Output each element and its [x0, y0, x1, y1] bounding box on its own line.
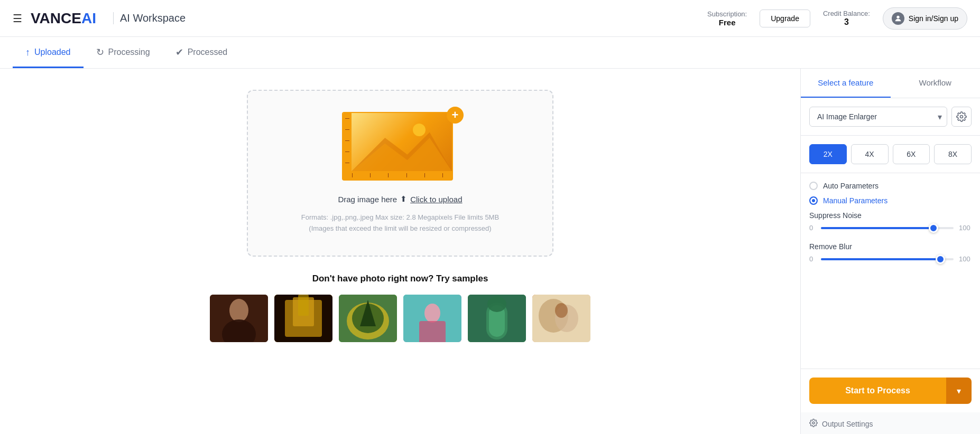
feature-tab-select[interactable]: Select a feature — [801, 69, 891, 98]
tab-processing[interactable]: ↻ Processing — [84, 37, 163, 68]
workflow-tab-label: Workflow — [919, 78, 951, 87]
upload-formats: Formats: .jpg,.png,.jpeg Max size: 2.8 M… — [301, 212, 499, 234]
sample-item-3[interactable] — [339, 295, 397, 342]
ruler-left — [343, 113, 352, 180]
svg-point-24 — [555, 303, 568, 318]
manual-params-option[interactable]: Manual Parameters — [809, 196, 972, 205]
logo: VANCEAI — [31, 10, 96, 27]
ruler-bottom — [343, 171, 452, 180]
remove-blur-max: 100 — [959, 255, 972, 263]
sample-item-4[interactable] — [403, 295, 461, 342]
tab-processed-label: Processed — [188, 48, 228, 57]
upload-arrow-icon: ⬆ — [400, 194, 407, 204]
upload-area[interactable]: + Drag image here ⬆ Click to upload Form… — [247, 90, 553, 257]
formats-line1: Formats: .jpg,.png,.jpeg Max size: 2.8 M… — [301, 212, 499, 223]
content-area: + Drag image here ⬆ Click to upload Form… — [0, 69, 800, 434]
svg-rect-16 — [419, 321, 446, 342]
feature-selector: AI Image Enlarger AI Image Denoiser AI I… — [801, 98, 980, 136]
sample-item-2[interactable] — [274, 295, 332, 342]
svg-point-0 — [896, 15, 899, 18]
svg-rect-9 — [298, 295, 309, 316]
svg-point-20 — [487, 296, 506, 312]
feature-dropdown[interactable]: AI Image Enlarger AI Image Denoiser AI I… — [809, 107, 947, 127]
feature-tabs: Select a feature Workflow — [801, 69, 980, 98]
process-btn-wrapper: Start to Process ▾ — [809, 378, 972, 404]
tab-uploaded[interactable]: ↑ Uploaded — [13, 37, 84, 68]
suppress-noise-label: Suppress Noise — [809, 211, 972, 220]
sign-in-button[interactable]: Sign in/Sign up — [883, 7, 967, 30]
suppress-noise-fill — [821, 227, 933, 229]
suppress-noise-max: 100 — [959, 224, 972, 232]
remove-blur-row: 0 100 — [809, 255, 972, 263]
right-panel: Select a feature Workflow AI Image Enlar… — [800, 69, 980, 434]
remove-blur-section: Remove Blur 0 100 — [809, 242, 972, 263]
processed-icon: ✔ — [175, 46, 183, 58]
sample-item-5[interactable] — [468, 295, 526, 342]
tab-processing-label: Processing — [108, 48, 150, 57]
samples-grid — [210, 295, 590, 342]
auto-params-radio[interactable] — [809, 182, 818, 190]
scale-2x-button[interactable]: 2X — [809, 144, 847, 164]
subscription-info: Subscription: Free — [707, 10, 747, 27]
credit-label: Credit Balance: — [823, 10, 870, 17]
suppress-noise-thumb[interactable] — [929, 223, 938, 233]
svg-point-4 — [229, 299, 248, 322]
remove-blur-thumb[interactable] — [936, 254, 945, 264]
workspace-label: AI Workspace — [113, 12, 186, 24]
upload-text: Drag image here ⬆ Click to upload — [338, 194, 462, 204]
remove-blur-label: Remove Blur — [809, 242, 972, 251]
scale-6x-button[interactable]: 6X — [893, 144, 930, 164]
suppress-noise-row: 0 100 — [809, 224, 972, 232]
feature-tab-workflow[interactable]: Workflow — [891, 69, 981, 98]
remove-blur-track[interactable] — [821, 258, 954, 260]
header-right: Subscription: Free Upgrade Credit Balanc… — [707, 7, 967, 30]
remove-blur-fill — [821, 258, 940, 260]
scale-4x-button[interactable]: 4X — [851, 144, 889, 164]
sample-item-1[interactable] — [210, 295, 268, 342]
processing-icon: ↻ — [96, 46, 104, 58]
upload-illustration: + — [342, 112, 458, 186]
avatar-icon — [892, 12, 904, 25]
logo-text: VANCEAI — [31, 10, 96, 27]
suppress-noise-section: Suppress Noise 0 100 — [809, 211, 972, 232]
drag-text: Drag image here — [338, 195, 397, 204]
tab-processed[interactable]: ✔ Processed — [163, 37, 241, 68]
credit-balance: Credit Balance: 3 — [823, 10, 870, 27]
subscription-value: Free — [707, 18, 747, 27]
process-section: Start to Process ▾ — [801, 369, 980, 412]
click-to-upload-link[interactable]: Click to upload — [410, 195, 462, 204]
output-settings-gear-icon — [809, 419, 818, 429]
main-tabs: ↑ Uploaded ↻ Processing ✔ Processed — [0, 37, 980, 69]
feature-dropdown-wrapper: AI Image Enlarger AI Image Denoiser AI I… — [809, 107, 947, 127]
manual-params-radio[interactable] — [809, 196, 818, 205]
sign-in-label: Sign in/Sign up — [909, 14, 958, 23]
sample-item-6[interactable] — [532, 295, 590, 342]
output-settings-label: Output Settings — [822, 420, 873, 428]
params-section: Auto Parameters Manual Parameters Suppre… — [801, 173, 980, 369]
header: ☰ VANCEAI AI Workspace Subscription: Fre… — [0, 0, 980, 37]
subscription-label: Subscription: — [707, 10, 747, 18]
upload-plus-icon[interactable]: + — [447, 107, 464, 124]
auto-params-option[interactable]: Auto Parameters — [809, 182, 972, 190]
suppress-noise-track[interactable] — [821, 227, 954, 229]
tab-uploaded-label: Uploaded — [34, 48, 71, 57]
start-process-button[interactable]: Start to Process — [809, 378, 946, 404]
upgrade-button[interactable]: Upgrade — [760, 10, 810, 27]
formats-line2: (Images that exceed the limit will be re… — [301, 223, 499, 234]
feature-settings-button[interactable] — [951, 107, 972, 127]
remove-blur-min: 0 — [809, 255, 816, 263]
process-dropdown-button[interactable]: ▾ — [946, 378, 972, 404]
menu-icon[interactable]: ☰ — [13, 12, 22, 25]
feature-tab-label: Select a feature — [818, 78, 873, 87]
svg-point-15 — [424, 304, 440, 323]
manual-params-label: Manual Parameters — [823, 196, 887, 205]
upload-frame — [342, 112, 453, 181]
auto-params-label: Auto Parameters — [823, 182, 879, 190]
uploaded-icon: ↑ — [25, 47, 30, 58]
scale-8x-button[interactable]: 8X — [934, 144, 972, 164]
samples-title: Don't have photo right now? Try samples — [312, 273, 488, 284]
mountain-decoration — [352, 127, 452, 171]
svg-point-25 — [960, 116, 963, 118]
credit-value: 3 — [823, 17, 870, 27]
output-settings[interactable]: Output Settings — [801, 412, 980, 434]
